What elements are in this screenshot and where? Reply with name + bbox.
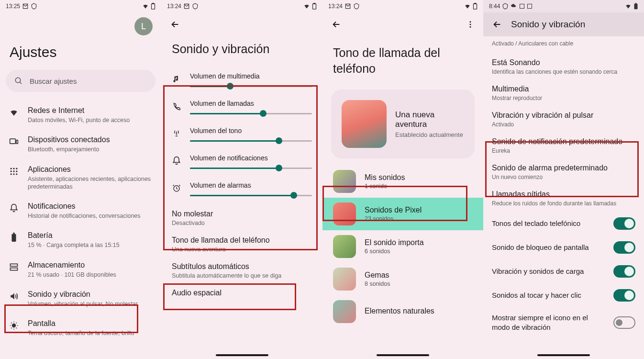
back-button[interactable] [492,19,502,30]
slider-label: Volumen de notificaciones [190,154,312,162]
entry-sub: Un nuevo comienzo [492,174,635,180]
svg-line-3 [20,82,22,84]
settings-item-title: Almacenamiento [28,261,153,269]
toggle-label: Sonido de bloqueo de pantalla [492,243,608,252]
volume-slider-bell[interactable]: Volumen de notificaciones [161,150,322,178]
search-input[interactable]: Buscar ajustes [6,70,155,92]
settings-entry[interactable]: Sonido de notificación predeterminado Eu… [483,133,644,159]
entry-title: Sonido de notificación predeterminado [492,137,635,146]
gmail-icon [344,3,351,10]
settings-entry[interactable]: Llamadas nítidas Reduce los ruidos de fo… [483,185,644,212]
entry-title: Sonido de alarma predeterminado [492,164,635,172]
slider-track[interactable] [190,140,312,142]
sound-category[interactable]: Elementos naturales [322,295,483,328]
battery-icon [312,3,317,10]
svg-point-2 [15,78,21,83]
bell-icon [172,156,181,166]
sound-option[interactable]: Audio espacial [161,284,322,303]
devices-icon [9,136,19,147]
back-button[interactable] [331,19,342,30]
sound-category[interactable]: Mis sonidos 1 sonido [322,165,483,198]
settings-item-bell[interactable]: Notificaciones Historial de notificacion… [0,196,161,225]
category-sub: 23 sonidos [365,215,422,222]
volume-slider-ring[interactable]: Volumen del tono [161,123,322,150]
back-button[interactable] [161,12,322,34]
option-title: Tono de llamada del teléfono [172,236,312,245]
svg-point-7 [13,168,14,169]
svg-point-13 [13,173,14,175]
svg-point-26 [470,24,471,25]
battery-icon [9,232,19,243]
ring-icon [172,129,181,138]
svg-point-25 [470,21,471,22]
category-sub: 1 sonido [365,183,405,190]
ringtone-title: Una nueva aventura [395,110,464,129]
toggle-switch[interactable] [613,316,635,329]
toggle-switch[interactable] [613,241,635,254]
category-thumb [333,170,356,193]
settings-item-display[interactable]: Pantalla Tema oscuro, tamaño de la fuent… [0,314,161,343]
cloud-icon [511,3,517,10]
sound-category[interactable]: Sonidos de Pixel 23 sonidos [322,198,483,230]
sound-option[interactable]: Tono de llamada del teléfono Una nueva a… [161,231,322,258]
sound-option[interactable]: Subtítulos automáticos Subtitula automát… [161,258,322,284]
svg-point-11 [16,170,17,172]
status-time: 13:25 [6,3,20,10]
wifi-icon [9,107,19,118]
slider-track[interactable] [190,86,312,87]
toggle-switch[interactable] [613,217,635,230]
sound-category[interactable]: El sonido importa 6 sonidos [322,230,483,263]
entry-sub: Mostrar reproductor [492,95,635,101]
settings-item-apps[interactable]: Aplicaciones Asistente, aplicaciones rec… [0,159,161,197]
sound-option[interactable]: No molestar Desactivado [161,205,322,231]
status-bar: 13:25 [0,0,161,12]
svg-rect-4 [10,139,16,144]
sound-category[interactable]: Gemas 8 sonidos [322,263,483,295]
slider-track[interactable] [190,195,312,196]
top-sub: Activado / Auriculares con cable [492,40,635,47]
slider-track[interactable] [190,113,312,114]
shield-icon [353,3,360,10]
svg-rect-1 [153,3,154,4]
option-title: Subtítulos automáticos [172,262,312,271]
settings-item-wifi[interactable]: Redes e Internet Datos móviles, Wi-Fi, p… [0,101,161,130]
settings-item-sub: 15 % · Carga completa a las 15:15 [28,241,153,249]
page-title: Tono de llamada del teléfono [322,34,483,90]
settings-entry[interactable]: Vibración y vibración al pulsar Activado [483,106,644,133]
storage-icon [9,262,19,272]
settings-item-battery[interactable]: Batería 15 % · Carga completa a las 15:1… [0,225,161,255]
current-ringtone-card[interactable]: Una nueva aventura Establecido actualmen… [331,90,475,158]
volume-slider-music[interactable]: Volumen de multimedia [161,68,322,96]
status-time: 13:24 [328,3,343,10]
settings-entry[interactable]: Sonido de alarma predeterminado Un nuevo… [483,159,644,185]
more-menu-button[interactable] [466,20,475,29]
avatar[interactable]: L [134,17,153,35]
settings-item-devices[interactable]: Dispositivos conectados Bluetooth, empar… [0,130,161,159]
toggle-label: Vibración y sonidos de carga [492,267,608,276]
page-title: Sonido y vibración [161,34,322,68]
settings-item-sub: 21 % usado · 101 GB disponibles [28,271,153,279]
category-sub: 8 sonidos [365,280,390,287]
category-title: Mis sonidos [365,173,405,182]
toggle-label: Sonidos al tocar y hacer clic [492,291,608,300]
volume-slider-alarm[interactable]: Volumen de alarmas [161,178,322,205]
entry-title: Está Sonando [492,58,635,67]
settings-item-sound[interactable]: Sonido y vibración Volumen, vibración al… [0,284,161,314]
slider-track[interactable] [190,168,312,169]
settings-item-sub: Asistente, aplicaciones recientes, aplic… [28,175,153,191]
toggle-row: Vibración y sonidos de carga [483,259,644,283]
option-sub: Una nueva aventura [172,246,312,253]
toggle-switch[interactable] [613,289,635,302]
page-title: Ajustes [0,35,161,70]
wifi-icon [464,3,471,10]
svg-rect-21 [314,3,315,4]
toggle-switch[interactable] [613,265,635,278]
option-sub: Desactivado [172,220,312,226]
settings-item-title: Dispositivos conectados [28,135,153,144]
battery-icon [151,3,155,10]
settings-entry[interactable]: Multimedia Mostrar reproductor [483,80,644,106]
settings-entry[interactable]: Está Sonando Identifica las canciones qu… [483,54,644,80]
settings-item-storage[interactable]: Almacenamiento 21 % usado · 101 GB dispo… [0,255,161,284]
volume-slider-phone[interactable]: Volumen de llamadas [161,96,322,123]
wifi-icon [303,3,310,10]
